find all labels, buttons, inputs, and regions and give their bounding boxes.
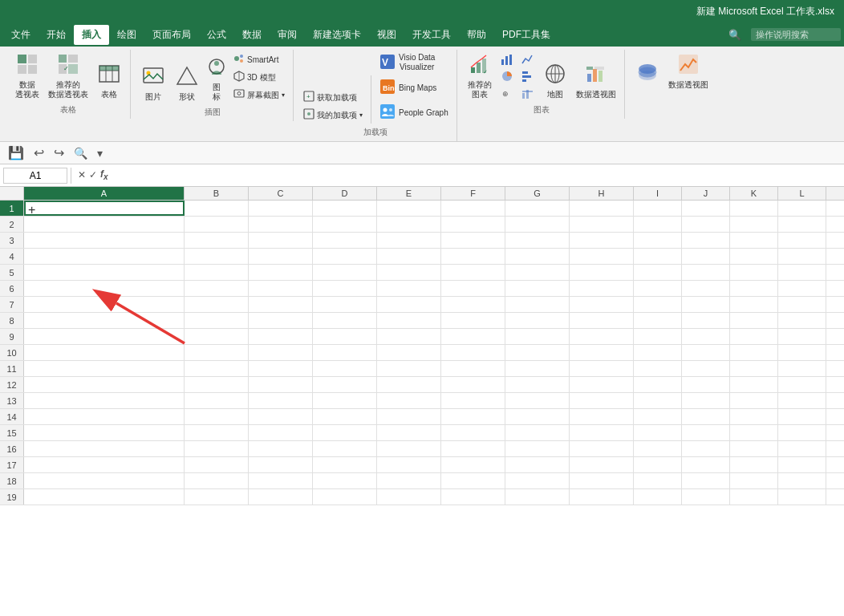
cell-i15[interactable] — [634, 425, 682, 440]
cell-h17[interactable] — [570, 457, 634, 472]
row-num-6[interactable]: 6 — [0, 281, 24, 296]
cell-h9[interactable] — [570, 329, 634, 344]
cell-c10[interactable] — [249, 345, 313, 360]
cell-k2[interactable] — [730, 217, 778, 232]
cell-f9[interactable] — [441, 329, 505, 344]
cell-k9[interactable] — [730, 329, 778, 344]
cell-d19[interactable] — [313, 489, 377, 505]
cell-h10[interactable] — [570, 345, 634, 360]
cell-e12[interactable] — [377, 377, 441, 392]
menu-help[interactable]: 帮助 — [459, 25, 494, 45]
cell-c12[interactable] — [249, 377, 313, 392]
cell-a17[interactable] — [24, 457, 185, 472]
menu-formulas[interactable]: 公式 — [199, 25, 234, 45]
cell-c6[interactable] — [249, 281, 313, 296]
cell-g13[interactable] — [505, 393, 570, 408]
cell-c3[interactable] — [249, 233, 313, 248]
icons-button[interactable]: 图标 — [205, 54, 229, 103]
cell-i16[interactable] — [634, 441, 682, 456]
cell-l5[interactable] — [778, 265, 826, 280]
function-icon[interactable]: fx — [100, 168, 108, 181]
smartart-button[interactable]: SmartArt — [230, 51, 288, 68]
menu-home[interactable]: 开始 — [39, 25, 74, 45]
cell-i9[interactable] — [634, 329, 682, 344]
cell-b7[interactable] — [185, 297, 249, 312]
cell-l13[interactable] — [778, 393, 826, 408]
cell-k6[interactable] — [730, 281, 778, 296]
cell-f7[interactable] — [441, 297, 505, 312]
cell-e2[interactable] — [377, 217, 441, 232]
cell-a10[interactable] — [24, 345, 185, 360]
cell-c11[interactable] — [249, 361, 313, 376]
col-header-f[interactable]: F — [441, 187, 505, 200]
cell-g3[interactable] — [505, 233, 570, 248]
cell-k18[interactable] — [730, 473, 778, 488]
myaddin-button[interactable]: 我的加载项 ▾ — [300, 107, 366, 124]
cell-d16[interactable] — [313, 441, 377, 456]
cell-g18[interactable] — [505, 473, 570, 488]
cell-i10[interactable] — [634, 345, 682, 360]
cell-l3[interactable] — [778, 233, 826, 248]
cell-f4[interactable] — [441, 249, 505, 264]
col-header-g[interactable]: G — [505, 187, 570, 200]
cell-b6[interactable] — [185, 281, 249, 296]
menu-developer[interactable]: 开发工具 — [404, 25, 459, 45]
cell-g17[interactable] — [505, 457, 570, 472]
col-header-c[interactable]: C — [249, 187, 313, 200]
cell-a3[interactable] — [24, 233, 185, 248]
cell-l6[interactable] — [778, 281, 826, 296]
col-header-h[interactable]: H — [570, 187, 634, 200]
cell-k7[interactable] — [730, 297, 778, 312]
getaddins-button[interactable]: + 获取加载项 — [300, 89, 366, 106]
col-header-i[interactable]: I — [634, 187, 682, 200]
cell-l12[interactable] — [778, 377, 826, 392]
cell-c13[interactable] — [249, 393, 313, 408]
cell-d10[interactable] — [313, 345, 377, 360]
chart-bar-button[interactable] — [518, 68, 538, 84]
3d-maps-button[interactable] — [631, 61, 663, 91]
cell-d18[interactable] — [313, 473, 377, 488]
visio-button[interactable]: V Visio DataVisualizer — [376, 51, 452, 74]
cell-a7[interactable] — [24, 297, 185, 312]
cell-l2[interactable] — [778, 217, 826, 232]
cell-g16[interactable] — [505, 441, 570, 456]
cell-reference-input[interactable] — [3, 168, 67, 184]
formula-input[interactable] — [112, 170, 841, 181]
cell-c17[interactable] — [249, 457, 313, 472]
cell-j17[interactable] — [682, 457, 730, 472]
cell-i11[interactable] — [634, 361, 682, 376]
cell-c1[interactable] — [249, 201, 313, 216]
cell-g7[interactable] — [505, 297, 570, 312]
cell-b17[interactable] — [185, 457, 249, 472]
map-button[interactable]: 地图 — [539, 61, 571, 101]
cell-h16[interactable] — [570, 441, 634, 456]
cell-f13[interactable] — [441, 393, 505, 408]
cell-c2[interactable] — [249, 217, 313, 232]
col-header-k[interactable]: K — [730, 187, 778, 200]
cell-g6[interactable] — [505, 281, 570, 296]
cell-h11[interactable] — [570, 361, 634, 376]
cell-e15[interactable] — [377, 425, 441, 440]
cell-h6[interactable] — [570, 281, 634, 296]
cell-h3[interactable] — [570, 233, 634, 248]
cell-a6[interactable] — [24, 281, 185, 296]
cell-e11[interactable] — [377, 361, 441, 376]
cell-j10[interactable] — [682, 345, 730, 360]
cell-l11[interactable] — [778, 361, 826, 376]
cell-c8[interactable] — [249, 313, 313, 328]
cell-k14[interactable] — [730, 409, 778, 424]
col-header-d[interactable]: D — [313, 187, 377, 200]
cell-f6[interactable] — [441, 281, 505, 296]
cell-a1[interactable]: + — [24, 201, 185, 216]
cell-j14[interactable] — [682, 409, 730, 424]
undo-qa-button[interactable]: ↩ — [30, 144, 47, 162]
cell-e7[interactable] — [377, 297, 441, 312]
cell-h13[interactable] — [570, 393, 634, 408]
cell-e8[interactable] — [377, 313, 441, 328]
col-header-b[interactable]: B — [185, 187, 249, 200]
cell-d7[interactable] — [313, 297, 377, 312]
cell-i14[interactable] — [634, 409, 682, 424]
cell-f16[interactable] — [441, 441, 505, 456]
cell-d12[interactable] — [313, 377, 377, 392]
cell-j3[interactable] — [682, 233, 730, 248]
